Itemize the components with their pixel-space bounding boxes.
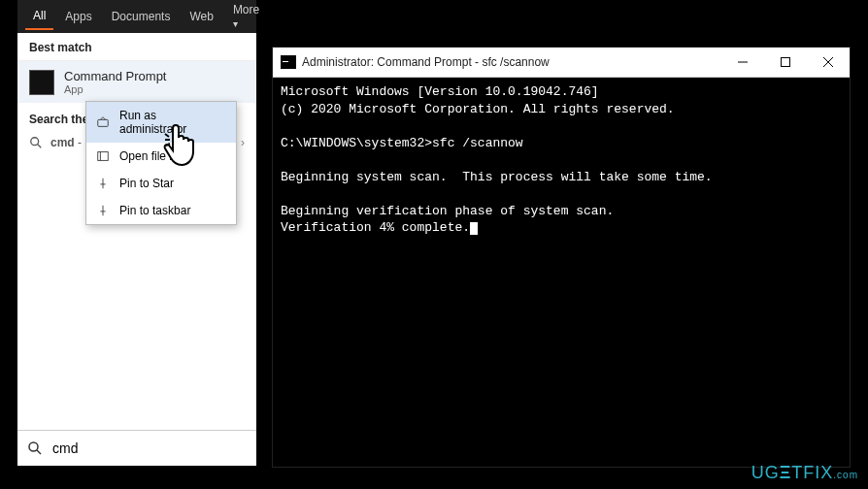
svg-line-1 bbox=[38, 145, 42, 148]
tab-more[interactable]: More ▾ bbox=[225, 0, 267, 36]
ctx-run-as-admin[interactable]: Run as administrator bbox=[86, 102, 236, 143]
best-match-result[interactable]: Command Prompt App bbox=[17, 61, 256, 103]
command-prompt-icon bbox=[29, 70, 54, 95]
ctx-open-file-location[interactable]: Open file lo bbox=[86, 143, 236, 170]
svg-line-3 bbox=[37, 450, 41, 454]
watermark: UGΞTFIX.com bbox=[751, 463, 858, 483]
close-button[interactable] bbox=[807, 48, 850, 77]
svg-point-2 bbox=[29, 442, 38, 451]
svg-rect-5 bbox=[98, 152, 109, 161]
maximize-button[interactable] bbox=[764, 48, 807, 77]
search-input[interactable] bbox=[50, 440, 247, 457]
tab-apps[interactable]: Apps bbox=[57, 4, 99, 29]
admin-icon bbox=[96, 115, 110, 129]
search-box[interactable] bbox=[17, 430, 256, 466]
ctx-label: Run as administrator bbox=[119, 109, 226, 136]
search-tabs: All Apps Documents Web More ▾ bbox=[17, 0, 256, 33]
titlebar[interactable]: Administrator: Command Prompt - sfc /sca… bbox=[273, 48, 850, 78]
svg-rect-8 bbox=[782, 58, 790, 67]
svg-point-0 bbox=[31, 138, 39, 146]
start-search-panel: All Apps Documents Web More ▾ Best match… bbox=[17, 0, 256, 466]
ctx-label: Pin to taskbar bbox=[119, 204, 190, 217]
pin-icon bbox=[96, 204, 110, 217]
tab-web[interactable]: Web bbox=[182, 4, 220, 29]
terminal-output[interactable]: Microsoft Windows [Version 10.0.19042.74… bbox=[273, 78, 850, 243]
best-match-label: Best match bbox=[17, 33, 256, 61]
context-menu: Run as administrator Open file lo Pin to… bbox=[85, 101, 237, 225]
pin-icon bbox=[96, 177, 110, 190]
command-prompt-icon bbox=[281, 55, 296, 69]
terminal-cursor bbox=[470, 222, 478, 235]
search-icon bbox=[27, 440, 43, 456]
tab-all[interactable]: All bbox=[25, 3, 53, 30]
folder-icon bbox=[96, 149, 110, 163]
best-match-subtitle: App bbox=[64, 83, 166, 95]
ctx-label: Open file lo bbox=[119, 149, 179, 163]
search-icon bbox=[29, 136, 43, 149]
best-match-title: Command Prompt bbox=[64, 69, 166, 83]
window-title: Administrator: Command Prompt - sfc /sca… bbox=[302, 55, 721, 69]
ctx-pin-to-taskbar[interactable]: Pin to taskbar bbox=[86, 197, 236, 224]
tab-documents[interactable]: Documents bbox=[104, 4, 179, 29]
ctx-pin-to-start[interactable]: Pin to Star bbox=[86, 170, 236, 197]
minimize-button[interactable] bbox=[721, 48, 764, 77]
svg-rect-4 bbox=[98, 119, 109, 126]
ctx-label: Pin to Star bbox=[119, 177, 174, 190]
command-prompt-window: Administrator: Command Prompt - sfc /sca… bbox=[272, 47, 851, 468]
chevron-right-icon: › bbox=[241, 136, 245, 149]
